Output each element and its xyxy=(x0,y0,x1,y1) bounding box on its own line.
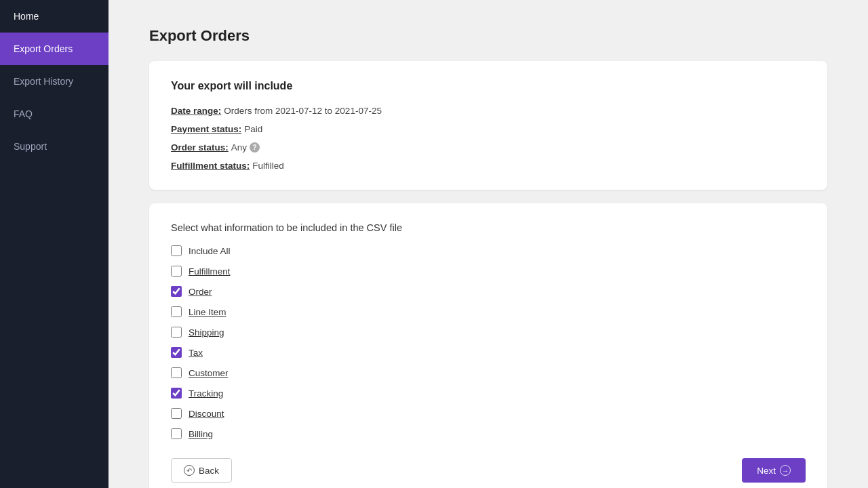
order-status-help-icon[interactable]: ? xyxy=(250,142,260,152)
next-button-label: Next xyxy=(757,466,776,476)
csv-card-title: Select what information to be included i… xyxy=(171,222,806,233)
order-status-value: Any xyxy=(231,142,247,152)
next-button[interactable]: Next → xyxy=(742,458,806,483)
order-status-row: Order status: Any ? xyxy=(171,142,806,152)
checkbox-line-item[interactable] xyxy=(171,306,182,317)
checkbox-label-shipping[interactable]: Shipping xyxy=(189,327,224,338)
date-range-label: Date range: xyxy=(171,106,221,116)
button-row: ↶ Back Next → xyxy=(171,458,806,483)
back-button[interactable]: ↶ Back xyxy=(171,458,232,483)
checkbox-customer[interactable] xyxy=(171,367,182,378)
fulfillment-status-row: Fulfillment status: Fulfilled xyxy=(171,161,806,171)
sidebar-item-faq-label: FAQ xyxy=(14,108,33,119)
sidebar-item-faq[interactable]: FAQ xyxy=(0,98,108,130)
checkbox-tracking[interactable] xyxy=(171,388,182,399)
checkbox-include-all[interactable] xyxy=(171,245,182,256)
checkbox-order[interactable] xyxy=(171,286,182,297)
checkbox-label-include-all[interactable]: Include All xyxy=(189,246,231,256)
checkbox-label-fulfillment[interactable]: Fulfillment xyxy=(189,266,231,277)
checkbox-shipping[interactable] xyxy=(171,327,182,338)
checkbox-item-billing: Billing xyxy=(171,428,806,439)
checkbox-discount[interactable] xyxy=(171,408,182,419)
order-status-label: Order status: xyxy=(171,142,229,152)
checkbox-fulfillment[interactable] xyxy=(171,266,182,277)
summary-card-title: Your export will include xyxy=(171,80,806,92)
checkbox-item-line-item: Line Item xyxy=(171,306,806,317)
checkbox-item-include-all: Include All xyxy=(171,245,806,256)
sidebar-item-export-orders[interactable]: Export Orders xyxy=(0,33,108,65)
date-range-row: Date range: Orders from 2021-07-12 to 20… xyxy=(171,106,806,116)
checkbox-item-tax: Tax xyxy=(171,347,806,358)
checkbox-list: Include AllFulfillmentOrderLine ItemShip… xyxy=(171,245,806,439)
back-button-label: Back xyxy=(199,466,219,476)
page-title: Export Orders xyxy=(149,27,827,45)
checkbox-item-shipping: Shipping xyxy=(171,327,806,338)
sidebar-item-export-history[interactable]: Export History xyxy=(0,65,108,98)
fulfillment-status-value: Fulfilled xyxy=(252,161,284,171)
sidebar-item-support[interactable]: Support xyxy=(0,130,108,163)
checkbox-label-customer[interactable]: Customer xyxy=(189,368,229,378)
checkbox-label-line-item[interactable]: Line Item xyxy=(189,307,226,317)
checkbox-label-tracking[interactable]: Tracking xyxy=(189,388,223,399)
back-icon: ↶ xyxy=(184,465,195,476)
checkbox-label-billing[interactable]: Billing xyxy=(189,429,213,439)
sidebar-item-export-history-label: Export History xyxy=(14,76,73,87)
payment-status-value: Paid xyxy=(244,124,262,134)
checkbox-item-customer: Customer xyxy=(171,367,806,378)
payment-status-label: Payment status: xyxy=(171,124,241,134)
sidebar-item-support-label: Support xyxy=(14,141,47,152)
next-icon: → xyxy=(780,465,791,476)
sidebar: Home Export Orders Export History FAQ Su… xyxy=(0,0,108,488)
checkbox-item-discount: Discount xyxy=(171,408,806,419)
sidebar-item-home-label: Home xyxy=(14,11,39,22)
checkbox-item-order: Order xyxy=(171,286,806,297)
checkbox-tax[interactable] xyxy=(171,347,182,358)
checkbox-item-fulfillment: Fulfillment xyxy=(171,266,806,277)
sidebar-item-home[interactable]: Home xyxy=(0,0,108,33)
checkbox-label-discount[interactable]: Discount xyxy=(189,409,224,419)
date-range-value: Orders from 2021-07-12 to 2021-07-25 xyxy=(224,106,382,116)
checkbox-label-tax[interactable]: Tax xyxy=(189,348,203,358)
sidebar-item-export-orders-label: Export Orders xyxy=(14,43,73,54)
checkbox-label-order[interactable]: Order xyxy=(189,287,212,297)
checkbox-billing[interactable] xyxy=(171,428,182,439)
main-content: Export Orders Your export will include D… xyxy=(108,0,868,488)
csv-card: Select what information to be included i… xyxy=(149,203,827,488)
checkbox-item-tracking: Tracking xyxy=(171,388,806,399)
fulfillment-status-label: Fulfillment status: xyxy=(171,161,250,171)
summary-card: Your export will include Date range: Ord… xyxy=(149,61,827,190)
payment-status-row: Payment status: Paid xyxy=(171,124,806,134)
